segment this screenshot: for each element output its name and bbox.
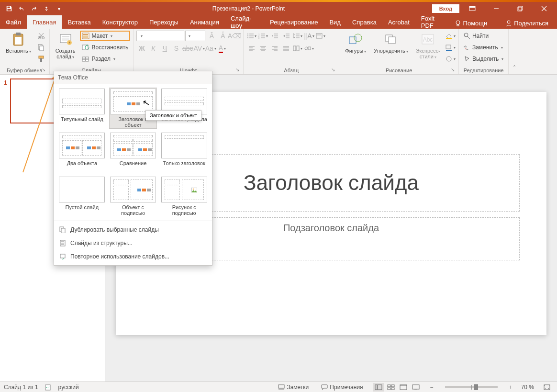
bold-button[interactable]: Ж [136,43,147,54]
tab-transitions[interactable]: Переходы [144,15,184,29]
zoom-slider[interactable] [445,386,498,388]
shadow-button[interactable]: S [171,43,181,54]
layout-comparison[interactable]: Сравнение [109,132,157,173]
copy-button[interactable] [36,42,46,53]
qat-save[interactable] [3,3,15,14]
layout-two-content[interactable]: Два объекта [58,132,106,173]
columns-button[interactable] [292,43,303,54]
shrink-font[interactable]: Ǎ [218,31,228,41]
qat-redo[interactable] [28,3,40,14]
tab-home[interactable]: Главная [27,15,62,29]
decrease-indent[interactable] [269,31,280,41]
align-right[interactable] [269,43,280,54]
window-minimize[interactable] [485,2,507,15]
text-direction[interactable]: ‖A [304,31,314,41]
fit-to-window[interactable] [541,384,553,390]
format-painter-button[interactable] [36,54,46,64]
change-case-button[interactable]: Aa [205,43,216,54]
qat-touchmode[interactable] [40,3,53,14]
language[interactable]: русский [58,384,79,391]
qat-undo[interactable] [15,3,28,14]
svg-rect-79 [389,37,395,44]
font-name[interactable] [136,31,184,41]
layout-content-caption[interactable]: Объект с подписью [109,176,157,217]
shape-fill[interactable] [445,31,456,41]
qat-more[interactable]: ▾ [53,3,65,14]
new-slide-button[interactable]: ✶ Создать слайд [53,31,78,61]
paragraph-launcher[interactable]: ↘ [331,67,337,73]
justify[interactable] [281,43,291,54]
spellcheck-icon[interactable] [45,384,52,391]
replace-button[interactable]: abac Заменить [462,42,505,53]
paste-button[interactable]: Вставить [3,31,34,56]
slides-from-outline[interactable]: Слайды из структуры... [54,236,212,250]
shape-effects[interactable] [445,54,456,64]
svg-rect-103 [375,385,377,390]
underline-button[interactable]: Ч [159,43,170,54]
font-size[interactable] [185,31,205,41]
view-slideshow[interactable] [410,383,422,392]
tab-acrobat[interactable]: Acrobat [382,15,415,29]
layout-title-only[interactable]: Только заголовок [160,132,208,173]
view-normal[interactable] [373,383,384,392]
layout-picture-caption[interactable]: Рисунок с подписью [160,176,208,217]
section-button[interactable]: Раздел [80,54,130,64]
font-launcher[interactable]: ↘ [235,67,241,73]
clipboard-launcher[interactable]: ↘ [42,67,47,73]
tab-insert[interactable]: Вставка [62,15,96,29]
quick-styles-button[interactable]: Abc Экспресс- стили [413,31,443,61]
ribbon-collapse[interactable]: ˄ [509,29,520,74]
shape-outline[interactable] [445,42,456,53]
italic-button[interactable]: К [148,43,158,54]
align-center[interactable] [258,43,268,54]
tab-animations[interactable]: Анимация [184,15,225,29]
increase-indent[interactable] [281,31,291,41]
grow-font[interactable]: Â [206,31,217,41]
tab-slideshow[interactable]: Слайд-шоу [225,15,264,29]
line-spacing[interactable] [292,31,303,41]
arrange-button[interactable]: Упорядочить [371,31,411,56]
select-button[interactable]: Выделить [462,54,505,64]
layout-button[interactable]: Макет [80,31,130,41]
window-restore[interactable] [509,2,531,15]
clear-formatting[interactable]: A⌫ [229,31,240,41]
align-left[interactable] [246,43,257,54]
strikethrough-button[interactable]: abc [182,43,193,54]
layout-blank[interactable]: Пустой слайд [58,176,106,217]
reset-button[interactable]: Восстановить [80,42,130,53]
tab-view[interactable]: Вид [323,15,346,29]
tab-review[interactable]: Рецензирование [264,15,323,29]
zoom-out[interactable]: − [428,384,435,391]
zoom-level[interactable]: 70 % [521,384,534,391]
comments-button[interactable]: Примечания [318,384,366,391]
tab-help[interactable]: Справка [346,15,382,29]
tab-foxit[interactable]: Foxit PDF [415,15,451,29]
cut-button[interactable] [36,31,46,41]
signin-button[interactable]: Вход [432,4,459,13]
layout-title-slide[interactable]: Титульный слайд [58,88,106,129]
layout-section-header[interactable]: Заголовок раздела [160,88,208,129]
zoom-in[interactable]: + [507,384,514,391]
tab-design[interactable]: Конструктор [97,15,144,29]
layout-title-content[interactable]: Заголовок и объект [109,88,157,129]
bullets-button[interactable] [246,31,257,41]
window-close[interactable] [533,2,555,15]
reuse-slides[interactable]: Повторное использование слайдов... [54,250,212,263]
find-button[interactable]: Найти [462,31,505,41]
smartart-convert[interactable] [304,43,314,54]
shapes-button[interactable]: Фигуры [342,31,369,56]
char-spacing-button[interactable]: AV [194,43,204,54]
font-color-button[interactable]: A [217,43,227,54]
duplicate-slides[interactable]: Дублировать выбранные слайды [54,223,212,236]
align-text-vertical[interactable] [315,31,326,41]
view-reading[interactable] [398,383,409,392]
tellme-button[interactable]: Помощн [451,18,491,29]
view-sorter[interactable] [385,383,397,392]
numbering-button[interactable]: 123 [258,31,268,41]
drawing-launcher[interactable]: ↘ [451,67,457,73]
tab-file[interactable]: Файл [0,15,27,29]
ribbon-display-options[interactable] [461,2,483,15]
share-button[interactable]: Поделиться [501,18,552,29]
notes-button[interactable]: Заметки [275,384,312,391]
thumb-number: 1 [4,78,7,123]
